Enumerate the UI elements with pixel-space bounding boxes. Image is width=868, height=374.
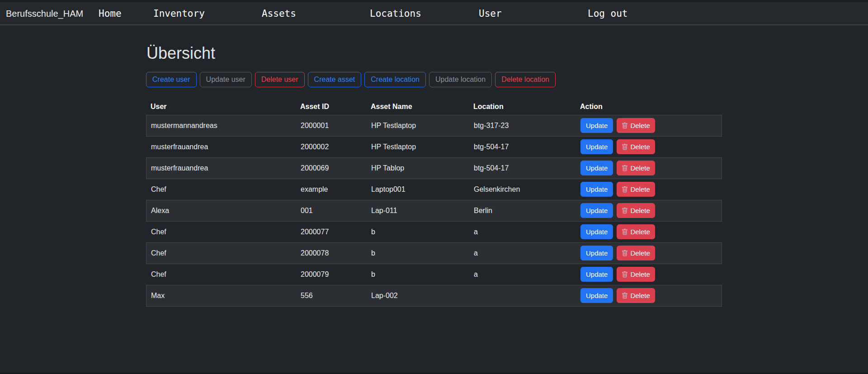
table-header: User Asset ID Asset Name Location Action: [146, 101, 722, 115]
column-header-asset-id: Asset ID: [296, 103, 366, 111]
cell-user: musterfrauandrea: [146, 143, 296, 151]
cell-asset-name: HP Testlaptop: [367, 122, 469, 130]
page-title: Übersicht: [146, 44, 722, 62]
column-header-location: Location: [469, 103, 576, 111]
row-update-button[interactable]: Update: [580, 182, 613, 197]
row-delete-label: Delete: [630, 207, 650, 214]
create-location-button[interactable]: Create location: [364, 72, 426, 87]
nav-item-inventory[interactable]: Inventory: [153, 2, 205, 25]
cell-actions: Update Delete: [576, 224, 722, 239]
trash-icon: [622, 229, 628, 235]
row-delete-label: Delete: [630, 143, 650, 151]
delete-location-button[interactable]: Delete location: [495, 72, 556, 87]
cell-asset-id: 556: [296, 292, 367, 300]
row-delete-label: Delete: [630, 249, 650, 257]
cell-asset-name: Lap-002: [367, 292, 469, 300]
cell-actions: Update Delete: [576, 161, 722, 175]
nav-item-assets[interactable]: Assets: [262, 2, 296, 25]
cell-user: Max: [146, 292, 296, 300]
cell-actions: Update Delete: [576, 182, 722, 197]
cell-location: btg-504-17: [469, 143, 576, 151]
table-row: Chef example Laptop001 Gelsenkirchen Upd…: [146, 179, 722, 200]
table-row: Chef 2000077 b a Update Delete: [146, 221, 722, 243]
cell-asset-name: HP Tablop: [367, 164, 469, 172]
trash-icon: [622, 144, 628, 150]
row-delete-button[interactable]: Delete: [617, 161, 655, 175]
row-delete-label: Delete: [630, 292, 650, 299]
table-row: Max 556 Lap-002 Update Delete: [146, 285, 722, 307]
row-update-button[interactable]: Update: [580, 246, 613, 260]
cell-asset-id: 2000079: [296, 270, 367, 279]
delete-user-button[interactable]: Delete user: [255, 72, 305, 87]
cell-location: Berlin: [469, 207, 576, 215]
create-asset-button[interactable]: Create asset: [308, 72, 362, 87]
cell-asset-name: Laptop001: [367, 185, 469, 194]
trash-icon: [622, 293, 628, 299]
cell-user: Chef: [146, 185, 296, 194]
row-delete-button[interactable]: Delete: [617, 118, 655, 133]
cell-asset-id: example: [296, 185, 367, 194]
nav-item-locations[interactable]: Locations: [370, 2, 421, 25]
cell-user: Alexa: [146, 207, 296, 215]
cell-actions: Update Delete: [576, 267, 722, 282]
cell-asset-name: Lap-011: [367, 207, 469, 215]
row-update-button[interactable]: Update: [580, 203, 613, 218]
table-row: musterfrauandrea 2000002 HP Testlaptop b…: [146, 136, 722, 158]
table-row: Alexa 001 Lap-011 Berlin Update Delete: [146, 200, 722, 222]
cell-asset-id: 2000069: [296, 164, 367, 172]
trash-icon: [622, 208, 628, 214]
cell-asset-id: 2000001: [296, 122, 367, 130]
cell-location: a: [469, 228, 576, 236]
update-location-button[interactable]: Update location: [429, 72, 492, 87]
row-delete-button[interactable]: Delete: [617, 288, 655, 303]
column-header-action: Action: [576, 103, 722, 111]
row-update-button[interactable]: Update: [580, 267, 613, 282]
nav-item-home[interactable]: Home: [99, 2, 122, 25]
cell-location: Gelsenkirchen: [469, 185, 576, 194]
toolbar: Create user Update user Delete user Crea…: [146, 72, 722, 87]
row-delete-button[interactable]: Delete: [617, 267, 655, 282]
cell-location: btg-317-23: [469, 122, 576, 130]
row-delete-button[interactable]: Delete: [617, 224, 655, 239]
cell-actions: Update Delete: [576, 139, 722, 154]
cell-asset-id: 2000077: [296, 228, 367, 236]
table-row: Chef 2000078 b a Update Delete: [146, 242, 722, 264]
column-header-asset-name: Asset Name: [366, 103, 469, 111]
row-update-button[interactable]: Update: [580, 288, 613, 303]
row-delete-button[interactable]: Delete: [617, 182, 655, 197]
trash-icon: [622, 271, 628, 278]
trash-icon: [622, 250, 628, 256]
row-delete-label: Delete: [630, 270, 650, 278]
cell-user: Chef: [146, 270, 296, 279]
row-update-button[interactable]: Update: [580, 224, 613, 239]
cell-asset-id: 001: [296, 207, 367, 215]
cell-location: btg-504-17: [469, 164, 576, 172]
assets-table: User Asset ID Asset Name Location Action…: [146, 101, 722, 307]
table-body: mustermannandreas 2000001 HP Testlaptop …: [146, 115, 722, 307]
trash-icon: [622, 123, 628, 129]
row-delete-label: Delete: [630, 185, 650, 193]
row-update-button[interactable]: Update: [580, 139, 613, 154]
row-delete-label: Delete: [630, 164, 650, 172]
cell-actions: Update Delete: [576, 246, 722, 260]
table-row: mustermannandreas 2000001 HP Testlaptop …: [146, 115, 722, 137]
row-delete-button[interactable]: Delete: [617, 139, 655, 154]
row-delete-button[interactable]: Delete: [617, 246, 655, 260]
cell-asset-name: b: [367, 249, 469, 257]
navbar-brand[interactable]: Berufsschule_HAM: [6, 2, 83, 25]
create-user-button[interactable]: Create user: [146, 72, 197, 87]
nav-item-user[interactable]: User: [479, 2, 502, 25]
cell-actions: Update Delete: [576, 288, 722, 303]
update-user-button[interactable]: Update user: [200, 72, 252, 87]
cell-asset-name: HP Testlaptop: [367, 143, 469, 151]
row-update-button[interactable]: Update: [580, 161, 613, 175]
cell-user: mustermannandreas: [146, 122, 296, 130]
cell-location: a: [469, 249, 576, 257]
row-delete-button[interactable]: Delete: [617, 203, 655, 218]
cell-asset-name: b: [367, 228, 469, 236]
trash-icon: [622, 186, 628, 193]
cell-user: Chef: [146, 249, 296, 257]
row-update-button[interactable]: Update: [580, 118, 613, 133]
nav-item-logout[interactable]: Log out: [588, 2, 628, 25]
cell-user: Chef: [146, 228, 296, 236]
